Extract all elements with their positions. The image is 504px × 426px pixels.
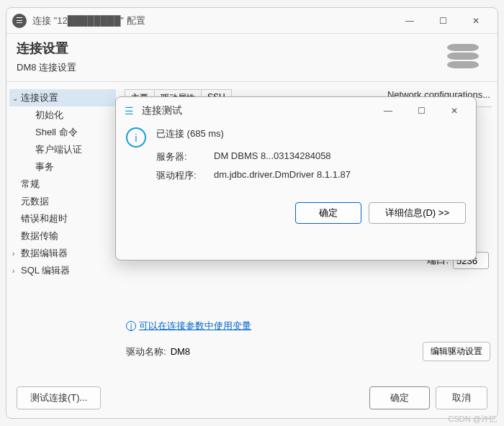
driver-name-value: DM8 — [171, 346, 423, 357]
close-button[interactable]: ✕ — [460, 10, 492, 32]
cancel-button[interactable]: 取消 — [436, 386, 487, 409]
sidebar-item-init[interactable]: 初始化 — [9, 106, 116, 124]
sidebar-item-data-editor[interactable]: ›数据编辑器 — [9, 245, 116, 262]
server-value: DM DBMS 8...03134284058 — [214, 150, 331, 163]
titlebar: ☰ 连接 "12████████" 配置 — ☐ ✕ — [6, 8, 498, 34]
ok-button[interactable]: 确定 — [369, 386, 430, 409]
dialog-ok-button[interactable]: 确定 — [295, 202, 361, 224]
page-subtitle: DM8 连接设置 — [17, 61, 447, 74]
database-icon — [447, 44, 482, 70]
sidebar-item-sql-editor[interactable]: ›SQL 编辑器 — [9, 262, 116, 279]
app-icon: ☰ — [12, 14, 27, 28]
server-label: 服务器: — [156, 150, 214, 163]
edit-driver-button[interactable]: 编辑驱动设置 — [423, 342, 490, 361]
chevron-right-icon: › — [12, 267, 21, 275]
footer: 测试连接(T)... 确定 取消 — [17, 386, 487, 409]
sidebar-item-shell[interactable]: Shell 命令 — [9, 124, 116, 141]
sidebar-item-data-transfer[interactable]: 数据传输 — [9, 227, 116, 245]
sidebar-item-error-timeout[interactable]: 错误和超时 — [9, 210, 116, 227]
maximize-button[interactable]: ☐ — [427, 10, 459, 32]
info-icon: i — [126, 321, 136, 331]
sidebar-item-general[interactable]: 常规 — [9, 176, 116, 193]
dialog-message: 已连接 (685 ms) — [156, 127, 462, 140]
watermark: CSDN @许忆 — [449, 414, 497, 425]
sidebar-item-metadata[interactable]: 元数据 — [9, 193, 116, 210]
driver-name-label: 驱动名称: — [126, 345, 166, 358]
driver-value: dm.jdbc.driver.DmDriver 8.1.1.87 — [214, 169, 351, 182]
minimize-button[interactable]: — — [394, 10, 426, 32]
dialog-title: 连接测试 — [142, 104, 372, 117]
header: 连接设置 DM8 连接设置 — [6, 34, 498, 77]
sidebar-item-connection-settings[interactable]: ⌄ 连接设置 — [9, 89, 116, 106]
chevron-down-icon: ⌄ — [12, 94, 21, 102]
connection-test-dialog: ☰ 连接测试 — ☐ ✕ i 已连接 (685 ms) 服务器: DM DBMS… — [115, 96, 477, 260]
sidebar: ⌄ 连接设置 初始化 Shell 命令 客户端认证 事务 常规 元数据 错误和超… — [6, 82, 119, 376]
window-title: 连接 "12████████" 配置 — [32, 14, 394, 27]
variable-link[interactable]: i 可以在连接参数中使用变量 — [126, 320, 251, 332]
page-title: 连接设置 — [17, 40, 447, 57]
sidebar-item-client-auth[interactable]: 客户端认证 — [9, 141, 116, 158]
dialog-minimize-button[interactable]: — — [372, 100, 404, 122]
sidebar-item-transaction[interactable]: 事务 — [9, 158, 116, 176]
test-connection-button[interactable]: 测试连接(T)... — [17, 386, 101, 409]
driver-label: 驱动程序: — [156, 169, 214, 182]
dialog-maximize-button[interactable]: ☐ — [405, 100, 437, 122]
sidebar-item-label: 连接设置 — [21, 91, 113, 104]
info-icon: i — [126, 127, 146, 148]
database-small-icon: ☰ — [122, 104, 136, 118]
dialog-close-button[interactable]: ✕ — [438, 100, 470, 122]
dialog-detail-button[interactable]: 详细信息(D) >> — [369, 202, 466, 224]
chevron-right-icon: › — [12, 250, 21, 258]
